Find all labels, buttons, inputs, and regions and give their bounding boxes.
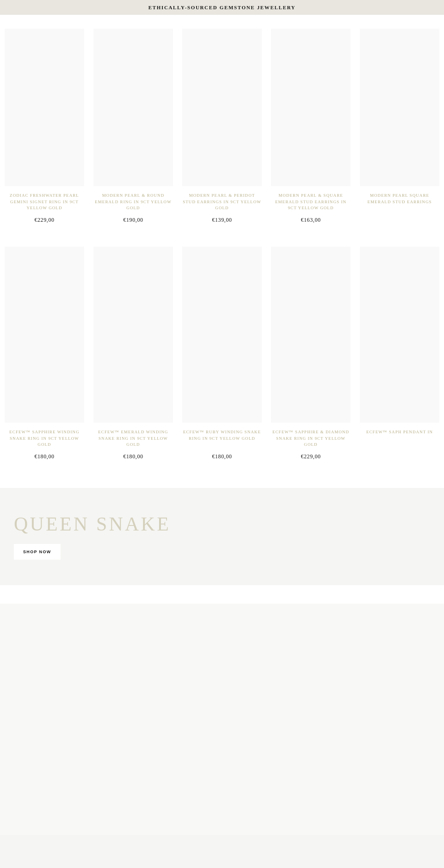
product-image-10	[360, 247, 439, 423]
product-price-2: €190,00	[93, 217, 173, 224]
product-card-6[interactable]: ECFEW™ SAPPHIRE WINDING SNAKE RING IN 9C…	[0, 247, 89, 460]
top-banner-text: ETHICALLY-SOURCED GEMSTONE JEWELLERY	[148, 5, 296, 10]
banner-title: QUEEN SNAKE	[14, 513, 171, 535]
product-title-8: ECFEW™ RUBY WINDING SNAKE RING IN 9CT YE…	[182, 429, 262, 450]
product-card-3[interactable]: MODERN PEARL & PERIDOT STUD EARRINGS IN …	[178, 29, 266, 224]
product-title-1: ZODIAC FRESHWATER PEARL GEMINI SIGNET RI…	[5, 193, 84, 213]
product-image-4	[271, 29, 351, 186]
product-image-7	[93, 247, 173, 423]
product-title-4: MODERN PEARL & SQUARE EMERALD STUD EARRI…	[271, 193, 351, 213]
product-price-4: €163,00	[271, 217, 351, 224]
product-card-1[interactable]: ZODIAC FRESHWATER PEARL GEMINI SIGNET RI…	[0, 29, 89, 224]
product-image-2	[93, 29, 173, 186]
large-image-section	[0, 604, 444, 835]
product-title-9: ECFEW™ SAPPHIRE & DIAMOND SNAKE RING IN …	[271, 429, 351, 450]
product-title-3: MODERN PEARL & PERIDOT STUD EARRINGS IN …	[182, 193, 262, 213]
product-title-7: ECFEW™ EMERALD WINDING SNAKE RING IN 9CT…	[93, 429, 173, 450]
product-image-9	[271, 247, 351, 423]
product-image-1	[5, 29, 84, 186]
product-title-5: MODERN PEARL SQUARE EMERALD Stud earrInG…	[360, 193, 439, 213]
product-card-7[interactable]: ECFEW™ EMERALD WINDING SNAKE RING IN 9CT…	[89, 247, 178, 460]
product-title-6: ECFEW™ SAPPHIRE WINDING SNAKE RING IN 9C…	[5, 429, 84, 450]
shop-now-button-1[interactable]: SHOP NOW	[14, 544, 61, 560]
banner-text-block: QUEEN SNAKE SHOP NOW	[14, 513, 171, 560]
top-banner: ETHICALLY-SOURCED GEMSTONE JEWELLERY	[0, 0, 444, 15]
product-row-1: ZODIAC FRESHWATER PEARL GEMINI SIGNET RI…	[0, 15, 444, 233]
product-title-2: MODERN PEARL & ROUND EMERALD RING IN 9CT…	[93, 193, 173, 213]
product-card-9[interactable]: ECFEW™ SAPPHIRE & DIAMOND SNAKE RING IN …	[266, 247, 355, 460]
product-image-5	[360, 29, 439, 186]
product-price-3: €139,00	[182, 217, 262, 224]
product-image-8	[182, 247, 262, 423]
product-price-8: €180,00	[182, 453, 262, 460]
banner-section-2: SHOP NOW	[0, 835, 444, 868]
product-image-3	[182, 29, 262, 186]
product-card-5[interactable]: MODERN PEARL SQUARE EMERALD Stud earrInG…	[355, 29, 444, 224]
product-price-6: €180,00	[5, 453, 84, 460]
product-card-8[interactable]: ECFEW™ RUBY WINDING SNAKE RING IN 9CT YE…	[178, 247, 266, 460]
product-card-10[interactable]: ECFEW™ SAPH PENDANT IN	[355, 247, 444, 460]
product-card-4[interactable]: MODERN PEARL & SQUARE EMERALD STUD EARRI…	[266, 29, 355, 224]
product-price-7: €180,00	[93, 453, 173, 460]
product-title-10: ECFEW™ SAPH PENDANT IN	[360, 429, 439, 450]
product-price-9: €229,00	[271, 453, 351, 460]
product-image-6	[5, 247, 84, 423]
product-row-2: ECFEW™ SAPPHIRE WINDING SNAKE RING IN 9C…	[0, 233, 444, 469]
product-card-2[interactable]: MODERN PEARL & ROUND EMERALD RING IN 9CT…	[89, 29, 178, 224]
product-price-1: €229,00	[5, 217, 84, 224]
queen-snake-banner: QUEEN SNAKE SHOP NOW	[0, 488, 444, 585]
